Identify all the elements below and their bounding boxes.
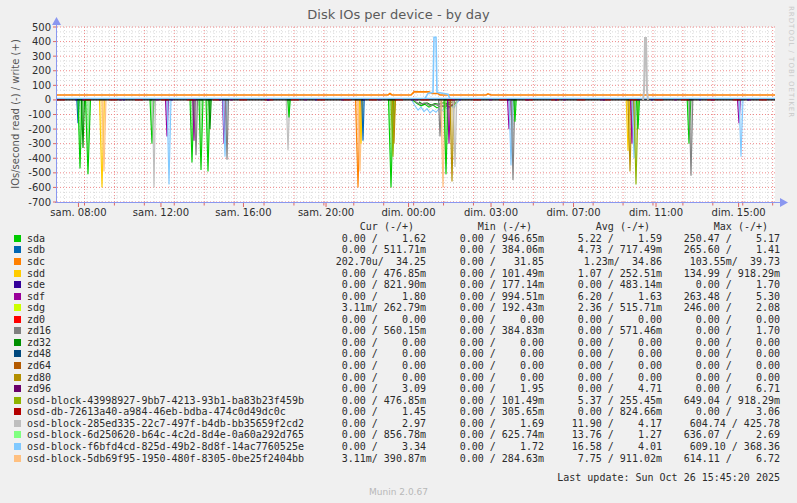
series-color-swatch [14, 293, 21, 300]
series-cur-value: 0.00 / 1.62 [308, 233, 426, 244]
x-tick-label: dim. 11:00 [629, 207, 683, 218]
legend-row: zd480.00 / 0.000.00 / 0.000.00 / 0.000.0… [0, 348, 797, 360]
legend-column-header: Max (-/+) [662, 221, 780, 232]
series-max-value: 263.48 / 5.30 [662, 291, 780, 302]
series-cur-value: 3.11m/ 390.87m [308, 453, 426, 464]
series-max-value: 0.00 / 6.71 [662, 383, 780, 394]
series-color-swatch [14, 339, 21, 346]
munin-version-text: Munin 2.0.67 [0, 487, 797, 497]
series-avg-value: 5.22 / 1.59 [544, 233, 662, 244]
series-avg-value: 16.58 / 4.01 [544, 441, 662, 452]
series-cur-value: 0.00 / 0.00 [308, 314, 426, 325]
series-label: sde [27, 279, 45, 290]
y-tick-label: -100 [28, 109, 51, 120]
series-max-value: 265.60 / 1.41 [662, 244, 780, 255]
legend-row: osd-block-285ed335-22c7-497f-b4db-bb3565… [0, 418, 797, 430]
series-label: osd-block-285ed335-22c7-497f-b4db-bb3565… [27, 418, 304, 429]
series-cur-value: 202.70u/ 34.25 [308, 256, 426, 267]
series-color-swatch [14, 270, 21, 277]
series-label: sdc [27, 256, 45, 267]
series-min-value: 0.00 / 0.00 [426, 360, 544, 371]
series-color-swatch [14, 350, 21, 357]
legend-row: zd800.00 / 0.000.00 / 0.000.00 / 0.000.0… [0, 371, 797, 383]
legend-row: zd640.00 / 0.000.00 / 0.000.00 / 0.000.0… [0, 360, 797, 372]
x-tick-label: dim. 07:00 [547, 207, 601, 218]
legend-row: sde0.00 / 821.90m0.00 / 177.14m0.00 / 48… [0, 279, 797, 291]
series-min-value: 0.00 / 1.69 [426, 418, 544, 429]
legend-row: zd960.00 / 3.090.00 / 1.950.00 / 4.710.0… [0, 383, 797, 395]
series-color-swatch [14, 385, 21, 392]
series-label: osd-block-43998927-9bb7-4213-93b1-ba83b2… [27, 395, 304, 406]
series-cur-value: 0.00 / 1.80 [308, 291, 426, 302]
legend-row: osd-db-72613a40-a984-46eb-bdba-474c0d49d… [0, 406, 797, 418]
legend-row: zd00.00 / 0.000.00 / 0.000.00 / 0.000.00… [0, 314, 797, 326]
x-axis-arrow-icon [780, 198, 788, 207]
y-tick-label: 100 [32, 80, 51, 91]
series-label: zd48 [27, 348, 51, 359]
y-tick-label: -300 [28, 138, 51, 149]
legend-header-row: Cur (-/+)Min (-/+)Avg (-/+)Max (-/+) [0, 221, 797, 233]
series-label: zd16 [27, 325, 51, 336]
series-color-swatch [14, 316, 21, 323]
series-color-swatch [14, 281, 21, 288]
x-tick-label: dim. 03:00 [464, 207, 518, 218]
series-max-value: 134.99 / 918.29m [662, 268, 780, 279]
series-max-value: 0.00 / 1.70 [662, 279, 780, 290]
series-avg-value: 0.00 / 4.71 [544, 383, 662, 394]
series-cur-value: 3.11m/ 262.79m [308, 302, 426, 313]
x-tick-label: sam. 20:00 [298, 207, 354, 218]
x-tick-label: sam. 16:00 [215, 207, 271, 218]
series-min-value: 0.00 / 384.06m [426, 244, 544, 255]
series-min-value: 0.00 / 101.49m [426, 395, 544, 406]
legend-row: sdb0.00 / 511.71m0.00 / 384.06m4.73 / 71… [0, 244, 797, 256]
legend-row: osd-block-43998927-9bb7-4213-93b1-ba83b2… [0, 394, 797, 406]
x-tick-label: dim. 15:00 [712, 207, 766, 218]
series-label: osd-block-f6bfd4cd-825d-49b2-8d8f-14ac77… [27, 441, 304, 452]
series-cur-value: 0.00 / 476.85m [308, 395, 426, 406]
y-tick-label: 200 [32, 65, 51, 76]
series-cur-value: 0.00 / 0.00 [308, 360, 426, 371]
series-min-value: 0.00 / 305.65m [426, 406, 544, 417]
series-max-value: 0.00 / 0.00 [662, 360, 780, 371]
series-avg-value: 4.73 / 717.49m [544, 244, 662, 255]
chart-plot-area: 5004003002001000-100-200-300-400-500-600… [0, 0, 797, 220]
series-label: osd-block-5db69f95-1950-480f-8305-0be25f… [27, 453, 304, 464]
series-label: osd-db-72613a40-a984-46eb-bdba-474c0d49d… [27, 406, 286, 417]
series-cur-value: 0.00 / 0.00 [308, 348, 426, 359]
series-min-value: 0.00 / 0.00 [426, 372, 544, 383]
series-label: sdg [27, 302, 45, 313]
y-tick-label: -600 [28, 182, 51, 193]
y-axis-arrow-icon [52, 17, 61, 25]
series-label: zd32 [27, 337, 51, 348]
series-avg-value: 11.90 / 4.17 [544, 418, 662, 429]
series-cur-value: 0.00 / 3.09 [308, 383, 426, 394]
series-color-swatch [14, 327, 21, 334]
series-label: zd64 [27, 360, 51, 371]
series-min-value: 0.00 / 384.83m [426, 325, 544, 336]
legend-row: sdd0.00 / 476.85m0.00 / 101.49m1.07 / 25… [0, 267, 797, 279]
series-max-value: 103.55m/ 39.73 [662, 256, 780, 267]
series-color-swatch [14, 443, 21, 450]
series-min-value: 0.00 / 1.95 [426, 383, 544, 394]
legend-row: sda0.00 / 1.620.00 / 946.65m5.22 / 1.592… [0, 233, 797, 245]
x-tick-label: sam. 12:00 [133, 207, 189, 218]
series-label: sda [27, 233, 45, 244]
series-min-value: 0.00 / 946.65m [426, 233, 544, 244]
series-color-swatch [14, 374, 21, 381]
x-tick-label: sam. 08:00 [50, 207, 106, 218]
series-avg-value: 0.00 / 0.00 [544, 314, 662, 325]
series-label: sdd [27, 268, 45, 279]
series-cur-value: 0.00 / 0.00 [308, 372, 426, 383]
legend-table: Cur (-/+)Min (-/+)Avg (-/+)Max (-/+)sda0… [0, 221, 797, 464]
legend-row: zd160.00 / 560.15m0.00 / 384.83m0.00 / 5… [0, 325, 797, 337]
series-min-value: 0.00 / 101.49m [426, 268, 544, 279]
series-label: sdf [27, 291, 45, 302]
series-cur-value: 0.00 / 1.45 [308, 406, 426, 417]
series-max-value: 0.00 / 0.00 [662, 314, 780, 325]
series-min-value: 0.00 / 994.51m [426, 291, 544, 302]
last-update-text: Last update: Sun Oct 26 15:45:20 2025 [557, 472, 780, 483]
series-label: zd80 [27, 372, 51, 383]
series-cur-value: 0.00 / 476.85m [308, 268, 426, 279]
series-cur-value: 0.00 / 821.90m [308, 279, 426, 290]
series-max-value: 649.04 / 918.29m [662, 395, 780, 406]
